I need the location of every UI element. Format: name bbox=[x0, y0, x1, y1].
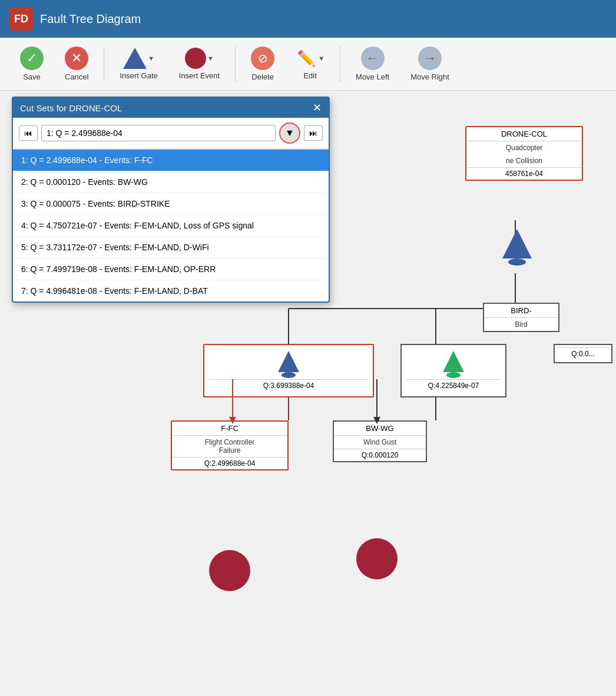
nav-last-button[interactable]: ⏭ bbox=[304, 125, 323, 141]
ffc-event-circle bbox=[209, 550, 250, 591]
save-button[interactable]: ✓ Save bbox=[12, 42, 52, 86]
drone-col-node: DRONE-COL Quadcopter ne Collision 458761… bbox=[465, 126, 583, 181]
top-gate bbox=[499, 226, 535, 276]
event-dropdown-arrow: ▼ bbox=[207, 55, 214, 62]
nav-current-input[interactable] bbox=[41, 125, 276, 141]
dropdown-item[interactable]: 5: Q = 3.731172e-07 - Events: F-EM-LAND,… bbox=[13, 237, 329, 258]
drone-col-title: DRONE-COL bbox=[466, 127, 582, 141]
dropdown-item[interactable]: 6: Q = 7.499719e-08 - Events: F-EM-LAND,… bbox=[13, 258, 329, 280]
ffc-title: F-FC bbox=[172, 422, 287, 436]
move-right-label: Move Right bbox=[410, 72, 449, 81]
ffc-desc: Flight ControllerFailure bbox=[172, 436, 287, 457]
gate1-q: Q:3.699388e-04 bbox=[209, 379, 368, 392]
arrow-right-icon: → bbox=[418, 47, 442, 70]
svg-marker-10 bbox=[502, 229, 532, 258]
event-icon bbox=[185, 48, 206, 69]
edit-icon: ✏️ bbox=[296, 48, 317, 69]
bird-desc: Bird bbox=[484, 318, 558, 331]
gate3-q: Q:0.0... bbox=[557, 347, 609, 360]
gate1-box: Q:3.699388e-04 bbox=[203, 344, 374, 397]
svg-rect-11 bbox=[508, 258, 526, 266]
bird-title: BIRD- bbox=[484, 304, 558, 318]
dialog-header: Cut Sets for DRONE-COL ✕ bbox=[13, 98, 329, 118]
gate2-box: Q:4.225849e-07 bbox=[400, 344, 506, 397]
delete-label: Delete bbox=[251, 72, 274, 81]
svg-rect-15 bbox=[446, 372, 461, 378]
bird-node: BIRD- Bird bbox=[483, 303, 559, 332]
app-logo: FD bbox=[9, 7, 33, 31]
cancel-label: Cancel bbox=[65, 72, 88, 81]
move-left-label: Move Left bbox=[356, 72, 389, 81]
ffc-node: F-FC Flight ControllerFailure Q:2.499688… bbox=[171, 420, 289, 470]
bwwg-desc: Wind Gust bbox=[334, 436, 426, 449]
dropdown-item[interactable]: 2: Q = 0.000120 - Events: BW-WG bbox=[13, 171, 329, 193]
separator-3 bbox=[340, 47, 340, 82]
bwwg-event-circle bbox=[356, 538, 398, 579]
delete-icon: ⊘ bbox=[251, 47, 274, 70]
app-title: Fault Tree Diagram bbox=[40, 12, 141, 26]
svg-marker-14 bbox=[443, 351, 464, 372]
gate2-shape bbox=[442, 350, 465, 379]
insert-event-label: Insert Event bbox=[179, 71, 220, 80]
dialog-close-button[interactable]: ✕ bbox=[313, 102, 322, 113]
gate2-q: Q:4.225849e-07 bbox=[406, 379, 501, 392]
cancel-button[interactable]: ✕ Cancel bbox=[57, 42, 97, 86]
dropdown-item[interactable]: 3: Q = 0.000075 - Events: BIRD-STRIKE bbox=[13, 193, 329, 215]
gate1-shape bbox=[277, 350, 300, 379]
edit-button[interactable]: ✏️ ▼ Edit bbox=[287, 43, 333, 85]
insert-event-button[interactable]: ▼ Insert Event bbox=[171, 43, 228, 85]
bwwg-node: BW-WG Wind Gust Q:0.000120 bbox=[333, 420, 427, 462]
move-left-button[interactable]: ← Move Left bbox=[347, 42, 398, 86]
delete-button[interactable]: ⊘ Delete bbox=[243, 42, 283, 86]
edit-dropdown-arrow: ▼ bbox=[318, 55, 324, 62]
drone-col-q: 458761e-04 bbox=[466, 167, 582, 180]
arrow-left-icon: ← bbox=[361, 47, 385, 70]
svg-rect-13 bbox=[281, 372, 296, 378]
dialog-title: Cut Sets for DRONE-COL bbox=[20, 103, 122, 113]
toolbar: ✓ Save ✕ Cancel ▼ Insert Gate ▼ Insert E… bbox=[0, 38, 616, 91]
dialog-nav: ⏮ ▼ ⏭ bbox=[13, 118, 329, 149]
separator-2 bbox=[235, 47, 236, 82]
dropdown-item[interactable]: 7: Q = 4.996481e-08 - Events: F-EM-LAND,… bbox=[13, 280, 329, 301]
dropdown-item[interactable]: 4: Q = 4.750721e-07 - Events: F-EM-LAND,… bbox=[13, 215, 329, 237]
nav-first-button[interactable]: ⏮ bbox=[19, 125, 38, 141]
drone-col-desc2: ne Collision bbox=[466, 154, 582, 167]
bwwg-q: Q:0.000120 bbox=[334, 449, 426, 461]
separator-1 bbox=[104, 47, 104, 82]
edit-label: Edit bbox=[303, 71, 316, 80]
move-right-button[interactable]: → Move Right bbox=[402, 42, 458, 86]
nav-dropdown-button[interactable]: ▼ bbox=[279, 122, 300, 144]
canvas-area: DRONE-COL Quadcopter ne Collision 458761… bbox=[0, 91, 616, 696]
gate-icon bbox=[123, 48, 147, 69]
ffc-q: Q:2.499688e-04 bbox=[172, 457, 287, 469]
gate3-box: Q:0.0... bbox=[554, 344, 612, 363]
insert-gate-button[interactable]: ▼ Insert Gate bbox=[111, 43, 165, 85]
cancel-icon: ✕ bbox=[65, 47, 88, 70]
dropdown-item[interactable]: 1: Q = 2.499688e-04 - Events: F-FC bbox=[13, 150, 329, 171]
dropdown-list: 1: Q = 2.499688e-04 - Events: F-FC2: Q =… bbox=[13, 149, 329, 301]
drone-col-desc1: Quadcopter bbox=[466, 141, 582, 154]
svg-marker-12 bbox=[278, 351, 299, 372]
save-label: Save bbox=[23, 72, 41, 81]
check-icon: ✓ bbox=[20, 47, 44, 70]
insert-gate-label: Insert Gate bbox=[120, 71, 157, 80]
cut-sets-dialog: Cut Sets for DRONE-COL ✕ ⏮ ▼ ⏭ 1: Q = 2.… bbox=[12, 97, 330, 303]
gate-dropdown-arrow: ▼ bbox=[148, 55, 154, 62]
bwwg-title: BW-WG bbox=[334, 422, 426, 436]
title-bar: FD Fault Tree Diagram bbox=[0, 0, 616, 38]
